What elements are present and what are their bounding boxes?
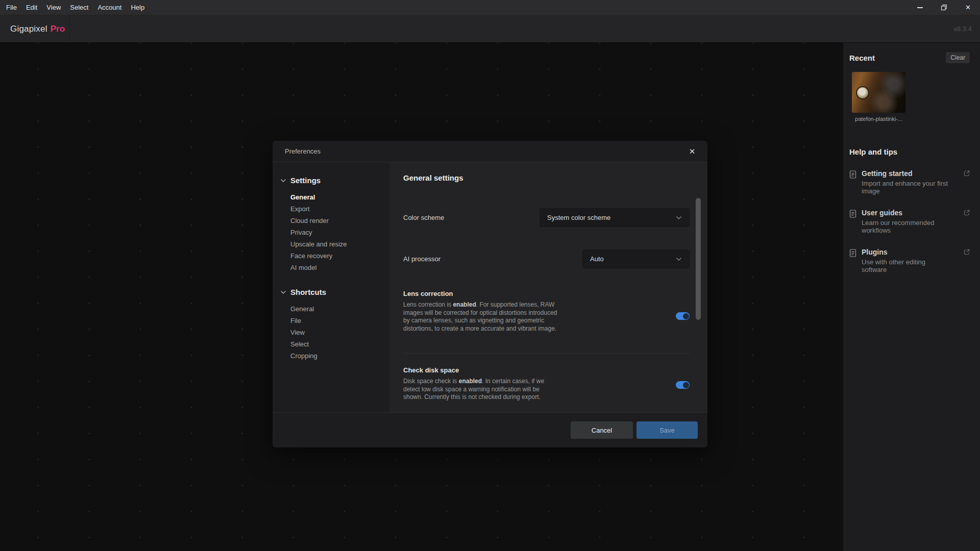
dialog-titlebar: Preferences ✕ bbox=[273, 141, 707, 162]
chevron-down-icon bbox=[280, 179, 286, 183]
toggle-knob bbox=[683, 313, 689, 319]
section-divider bbox=[403, 353, 690, 354]
nav-item-ai-model[interactable]: AI model bbox=[273, 262, 389, 273]
right-sidebar: Recent Clear patefon-plastinki-... Help … bbox=[843, 43, 980, 551]
nav-section-shortcuts[interactable]: Shortcuts bbox=[273, 288, 389, 296]
recent-thumbnail-caption: patefon-plastinki-... bbox=[849, 116, 908, 122]
ai-processor-value: Auto bbox=[590, 255, 604, 263]
document-icon bbox=[849, 210, 856, 218]
menu-select[interactable]: Select bbox=[70, 4, 88, 11]
recent-thumbnail[interactable] bbox=[852, 72, 905, 113]
minimize-button[interactable] bbox=[908, 0, 932, 15]
menu-items: File Edit View Select Account Help bbox=[0, 4, 144, 11]
nav-item-shortcuts-view[interactable]: View bbox=[273, 327, 389, 338]
recent-title: Recent bbox=[849, 54, 875, 62]
nav-item-shortcuts-select[interactable]: Select bbox=[273, 338, 389, 350]
menu-help[interactable]: Help bbox=[131, 4, 144, 11]
check-disk-space-label: Check disk space bbox=[403, 366, 459, 374]
close-window-icon: ✕ bbox=[965, 4, 971, 11]
app-logo: Gigapixel Pro bbox=[0, 15, 70, 43]
brand-pro-badge: Pro bbox=[51, 24, 65, 34]
external-link-icon bbox=[964, 249, 970, 255]
nav-section-label: Shortcuts bbox=[290, 288, 326, 296]
thumbnail-clock-detail bbox=[857, 87, 868, 98]
app-version: v8.3.4 bbox=[954, 25, 980, 33]
nav-item-shortcuts-cropping[interactable]: Cropping bbox=[273, 350, 389, 362]
dialog-close-icon: ✕ bbox=[689, 147, 696, 156]
lens-correction-description: Lens correction is enabled. For supporte… bbox=[403, 301, 557, 333]
menu-account[interactable]: Account bbox=[97, 4, 121, 11]
toggle-knob bbox=[683, 382, 689, 388]
close-window-button[interactable]: ✕ bbox=[956, 0, 980, 15]
nav-item-face-recovery[interactable]: Face recovery bbox=[273, 250, 389, 262]
cancel-button[interactable]: Cancel bbox=[571, 421, 633, 439]
window-controls: ✕ bbox=[908, 0, 980, 15]
clear-recent-button[interactable]: Clear bbox=[946, 52, 970, 63]
dialog-footer: Cancel Save bbox=[273, 412, 707, 447]
help-and-tips-title: Help and tips bbox=[849, 147, 970, 156]
brand-name: Gigapixel bbox=[10, 24, 47, 34]
preferences-dialog: Preferences ✕ Settings General Export Cl… bbox=[273, 141, 707, 447]
lens-correction-label: Lens correction bbox=[403, 290, 453, 297]
save-button[interactable]: Save bbox=[636, 421, 698, 439]
dialog-content: General settings Color scheme System col… bbox=[389, 162, 707, 412]
help-item-desc: Learn our recommended workflows bbox=[862, 219, 949, 234]
nav-item-cloud-render[interactable]: Cloud render bbox=[273, 215, 389, 227]
color-scheme-label: Color scheme bbox=[403, 214, 444, 221]
app-header: Gigapixel Pro v8.3.4 bbox=[0, 15, 980, 43]
help-item-desc: Use with other editing software bbox=[862, 258, 949, 273]
nav-item-export[interactable]: Export bbox=[273, 203, 389, 215]
lens-correction-toggle[interactable] bbox=[676, 312, 690, 320]
help-item-title: Getting started bbox=[862, 169, 949, 178]
external-link-icon bbox=[964, 210, 970, 216]
dialog-nav: Settings General Export Cloud render Pri… bbox=[273, 162, 389, 412]
nav-item-privacy[interactable]: Privacy bbox=[273, 227, 389, 238]
nav-item-upscale-and-resize[interactable]: Upscale and resize bbox=[273, 238, 389, 250]
menu-edit[interactable]: Edit bbox=[26, 4, 37, 11]
check-disk-space-toggle[interactable] bbox=[676, 381, 690, 389]
nav-item-settings-general[interactable]: General bbox=[273, 191, 389, 203]
help-item-plugins[interactable]: Plugins Use with other editing software bbox=[849, 248, 970, 273]
menu-file[interactable]: File bbox=[6, 4, 17, 11]
color-scheme-value: System color scheme bbox=[547, 214, 610, 221]
nav-section-label: Settings bbox=[290, 176, 321, 185]
chevron-down-icon bbox=[676, 257, 682, 261]
ai-processor-select[interactable]: Auto bbox=[582, 249, 690, 268]
menu-view[interactable]: View bbox=[46, 4, 61, 11]
help-item-title: User guides bbox=[862, 209, 949, 217]
general-settings-heading: General settings bbox=[403, 173, 463, 182]
document-icon bbox=[849, 170, 856, 179]
content-scrollbar[interactable] bbox=[696, 198, 701, 320]
app-window: File Edit View Select Account Help ✕ bbox=[0, 0, 980, 551]
chevron-down-icon bbox=[280, 290, 286, 294]
color-scheme-select[interactable]: System color scheme bbox=[540, 208, 690, 227]
dialog-title: Preferences bbox=[273, 147, 321, 155]
external-link-icon bbox=[964, 170, 970, 177]
ai-processor-label: AI processor bbox=[403, 255, 440, 263]
restore-button[interactable] bbox=[932, 0, 956, 15]
nav-item-shortcuts-file[interactable]: File bbox=[273, 315, 389, 327]
menu-bar: File Edit View Select Account Help ✕ bbox=[0, 0, 980, 15]
dialog-close-button[interactable]: ✕ bbox=[683, 141, 701, 162]
chevron-down-icon bbox=[676, 216, 682, 220]
nav-item-shortcuts-general[interactable]: General bbox=[273, 303, 389, 315]
help-item-desc: Import and enhance your first image bbox=[862, 180, 949, 195]
help-item-getting-started[interactable]: Getting started Import and enhance your … bbox=[849, 169, 970, 195]
minimize-icon bbox=[917, 7, 923, 8]
restore-icon bbox=[941, 4, 947, 11]
check-disk-space-description: Disk space check is enabled. In certain … bbox=[403, 378, 557, 402]
document-icon bbox=[849, 249, 856, 257]
help-item-title: Plugins bbox=[862, 248, 949, 256]
nav-section-settings[interactable]: Settings bbox=[273, 176, 389, 185]
help-item-user-guides[interactable]: User guides Learn our recommended workfl… bbox=[849, 209, 970, 234]
